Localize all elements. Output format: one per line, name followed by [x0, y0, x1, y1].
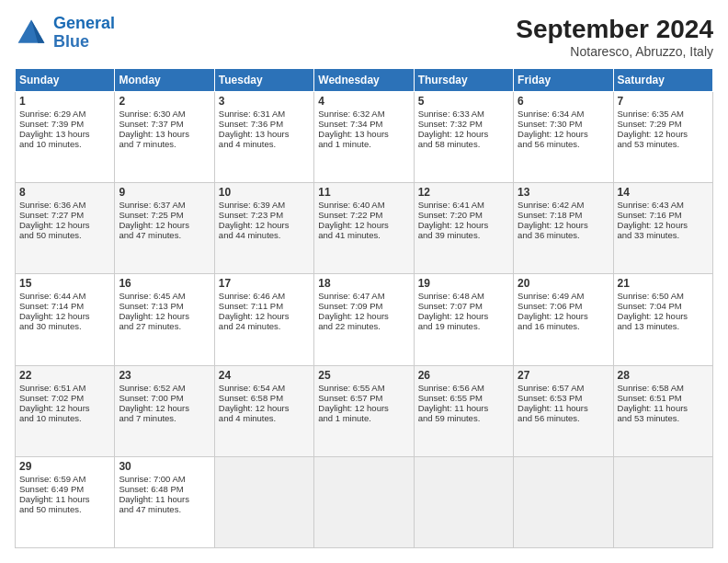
calendar-cell: 22Sunrise: 6:51 AMSunset: 7:02 PMDayligh…: [16, 365, 115, 456]
day-number: 4: [318, 95, 409, 108]
day-info: Daylight: 11 hours: [119, 494, 210, 504]
day-number: 20: [518, 277, 609, 290]
day-info: and 53 minutes.: [618, 139, 709, 149]
day-number: 28: [618, 369, 709, 382]
day-info: Daylight: 12 hours: [618, 129, 709, 139]
day-info: Sunset: 7:00 PM: [119, 393, 210, 403]
calendar-cell: 25Sunrise: 6:55 AMSunset: 6:57 PMDayligh…: [314, 365, 414, 456]
day-number: 9: [119, 186, 210, 199]
calendar-week-4: 22Sunrise: 6:51 AMSunset: 7:02 PMDayligh…: [16, 365, 713, 456]
day-number: 19: [418, 277, 509, 290]
day-info: and 30 minutes.: [19, 321, 110, 331]
day-info: Sunset: 7:37 PM: [119, 119, 210, 129]
day-info: and 41 minutes.: [318, 230, 409, 240]
day-info: Sunset: 7:16 PM: [618, 210, 709, 220]
day-info: and 56 minutes.: [518, 413, 609, 423]
day-number: 21: [618, 277, 709, 290]
calendar-cell: 20Sunrise: 6:49 AMSunset: 7:06 PMDayligh…: [514, 274, 613, 365]
day-info: Sunrise: 6:49 AM: [518, 291, 609, 301]
day-info: and 39 minutes.: [418, 230, 509, 240]
day-info: and 19 minutes.: [418, 321, 509, 331]
logo-icon: [15, 17, 48, 50]
day-info: Sunset: 7:18 PM: [518, 210, 609, 220]
calendar-cell: 16Sunrise: 6:45 AMSunset: 7:13 PMDayligh…: [115, 274, 214, 365]
logo-text: General Blue: [53, 15, 115, 52]
day-number: 12: [418, 186, 509, 199]
day-number: 1: [19, 95, 110, 108]
day-number: 27: [518, 369, 609, 382]
calendar-cell: [514, 456, 613, 547]
calendar-week-5: 29Sunrise: 6:59 AMSunset: 6:49 PMDayligh…: [16, 456, 713, 547]
day-info: Sunrise: 6:41 AM: [418, 200, 509, 210]
calendar-cell: 27Sunrise: 6:57 AMSunset: 6:53 PMDayligh…: [514, 365, 613, 456]
calendar-cell: 30Sunrise: 7:00 AMSunset: 6:48 PMDayligh…: [115, 456, 214, 547]
calendar-cell: 23Sunrise: 6:52 AMSunset: 7:00 PMDayligh…: [115, 365, 214, 456]
calendar-cell: 3Sunrise: 6:31 AMSunset: 7:36 PMDaylight…: [214, 92, 313, 183]
calendar-cell: [214, 456, 313, 547]
day-info: Sunrise: 6:33 AM: [418, 109, 509, 119]
day-info: Sunrise: 6:47 AM: [318, 291, 409, 301]
day-info: and 50 minutes.: [19, 230, 110, 240]
day-info: Sunset: 6:51 PM: [618, 393, 709, 403]
day-info: Daylight: 13 hours: [318, 129, 409, 139]
calendar-cell: 19Sunrise: 6:48 AMSunset: 7:07 PMDayligh…: [414, 274, 513, 365]
day-info: and 1 minute.: [318, 413, 409, 423]
calendar-cell: 15Sunrise: 6:44 AMSunset: 7:14 PMDayligh…: [16, 274, 115, 365]
day-info: Sunset: 7:25 PM: [119, 210, 210, 220]
day-info: Daylight: 12 hours: [119, 311, 210, 321]
day-info: Daylight: 12 hours: [219, 403, 310, 413]
day-info: Daylight: 13 hours: [119, 129, 210, 139]
calendar-cell: 28Sunrise: 6:58 AMSunset: 6:51 PMDayligh…: [613, 365, 712, 456]
day-info: Sunrise: 6:39 AM: [219, 200, 310, 210]
calendar-cell: 29Sunrise: 6:59 AMSunset: 6:49 PMDayligh…: [16, 456, 115, 547]
day-number: 7: [618, 95, 709, 108]
day-info: Sunrise: 6:44 AM: [19, 291, 110, 301]
day-info: Sunrise: 6:46 AM: [219, 291, 310, 301]
calendar-cell: 18Sunrise: 6:47 AMSunset: 7:09 PMDayligh…: [314, 274, 414, 365]
day-info: Sunrise: 6:34 AM: [518, 109, 609, 119]
col-sunday: Sunday: [16, 69, 115, 92]
day-info: Daylight: 12 hours: [219, 220, 310, 230]
day-number: 17: [219, 277, 310, 290]
day-info: Sunset: 7:34 PM: [318, 119, 409, 129]
day-info: Sunset: 6:49 PM: [19, 484, 110, 494]
calendar-cell: 17Sunrise: 6:46 AMSunset: 7:11 PMDayligh…: [214, 274, 313, 365]
day-info: Sunrise: 6:57 AM: [518, 383, 609, 393]
day-info: Daylight: 13 hours: [19, 129, 110, 139]
day-info: Sunset: 7:39 PM: [19, 119, 110, 129]
day-info: Sunset: 7:29 PM: [618, 119, 709, 129]
calendar-cell: [414, 456, 513, 547]
day-info: and 1 minute.: [318, 139, 409, 149]
day-info: Sunrise: 6:36 AM: [19, 200, 110, 210]
day-info: Sunrise: 6:50 AM: [618, 291, 709, 301]
calendar-cell: [613, 456, 712, 547]
day-info: Sunrise: 6:29 AM: [19, 109, 110, 119]
day-info: and 7 minutes.: [119, 139, 210, 149]
day-info: and 10 minutes.: [19, 139, 110, 149]
col-wednesday: Wednesday: [314, 69, 414, 92]
calendar-cell: 24Sunrise: 6:54 AMSunset: 6:58 PMDayligh…: [214, 365, 313, 456]
day-number: 24: [219, 369, 310, 382]
col-thursday: Thursday: [414, 69, 513, 92]
day-number: 26: [418, 369, 509, 382]
calendar-cell: 2Sunrise: 6:30 AMSunset: 7:37 PMDaylight…: [115, 92, 214, 183]
day-number: 6: [518, 95, 609, 108]
day-info: Daylight: 11 hours: [418, 403, 509, 413]
day-info: Daylight: 12 hours: [119, 403, 210, 413]
day-info: Sunrise: 6:42 AM: [518, 200, 609, 210]
day-info: Daylight: 12 hours: [518, 311, 609, 321]
day-info: Daylight: 12 hours: [318, 403, 409, 413]
day-info: Sunrise: 6:51 AM: [19, 383, 110, 393]
calendar-cell: 8Sunrise: 6:36 AMSunset: 7:27 PMDaylight…: [16, 183, 115, 274]
day-info: Sunset: 7:27 PM: [19, 210, 110, 220]
day-number: 30: [119, 460, 210, 473]
calendar-week-3: 15Sunrise: 6:44 AMSunset: 7:14 PMDayligh…: [16, 274, 713, 365]
calendar-week-2: 8Sunrise: 6:36 AMSunset: 7:27 PMDaylight…: [16, 183, 713, 274]
day-info: Sunset: 7:20 PM: [418, 210, 509, 220]
day-info: Daylight: 12 hours: [418, 311, 509, 321]
day-info: Daylight: 13 hours: [219, 129, 310, 139]
calendar-cell: 6Sunrise: 6:34 AMSunset: 7:30 PMDaylight…: [514, 92, 613, 183]
day-info: and 53 minutes.: [618, 413, 709, 423]
day-number: 3: [219, 95, 310, 108]
day-info: Daylight: 11 hours: [19, 494, 110, 504]
